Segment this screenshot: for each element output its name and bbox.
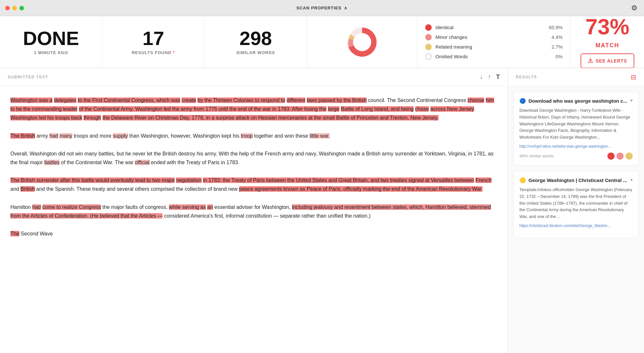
highlight-come-to-realize: come to realize Congress (42, 204, 101, 210)
minor-changes-label: Minor changes (436, 34, 548, 40)
highlight-continental-army: of the Continental Army. Washington led … (79, 106, 327, 112)
results-title: RESULTS (516, 75, 537, 79)
submitted-text-title: SUBMITTED TEXT (8, 75, 48, 79)
color-dot-red (607, 153, 615, 160)
submitted-text-content: Washington was a delegates to the First … (0, 86, 508, 353)
legend-dot-minor-changes (425, 34, 432, 40)
highlight-laws: laws passed by the British (307, 97, 367, 103)
result-2-expand-button[interactable]: ▾ (630, 177, 633, 182)
filter-icon[interactable]: ⊟ (631, 73, 636, 81)
chevron-up-icon: ∧ (344, 6, 348, 10)
highlight-choose: choose (468, 97, 484, 103)
close-button[interactable] (5, 6, 10, 10)
highlight-an: an (207, 204, 213, 210)
omitted-words-pct: 0% (556, 54, 563, 59)
related-meaning-pct: 2.7% (551, 44, 562, 50)
result-card-1-title-row: 🔵 Download who was george washington c..… (519, 98, 627, 104)
paragraph-3: Overall, Washington did not win many bat… (10, 149, 497, 167)
results-list: 🔵 Download who was george washington c..… (508, 86, 644, 353)
highlight-french: French (475, 177, 492, 183)
pie-chart-area (307, 16, 417, 68)
legend-area: Identical 65.9% Minor changes 4.4% Relat… (417, 16, 571, 68)
similar-words-count: 298 (239, 29, 272, 48)
match-label: MATCH (595, 42, 619, 49)
paragraph-2: The British army had many troops and mor… (10, 131, 497, 140)
result-2-type-icon: 🟡 (519, 177, 526, 183)
right-panel: RESULTS ⊟ 🔵 Download who was george wash… (508, 68, 644, 353)
svg-point-1 (353, 33, 371, 51)
highlight-official: official (135, 160, 150, 165)
nav-down-button[interactable]: ↓ (480, 74, 483, 80)
highlight-to-first: to the First Continental Congress, which… (78, 97, 180, 103)
done-time: 1 MINUTE AGO (34, 50, 68, 55)
highlight-had2: had (32, 204, 41, 210)
results-asterisk: * (173, 50, 175, 55)
result-1-title: Download who was george washington c... (528, 98, 627, 104)
panel-actions: ↓ ↑ T (480, 73, 500, 81)
highlight-large: large (328, 106, 339, 112)
highlight-the: The (10, 231, 19, 236)
result-2-text: Template:Infobox officeholder George Was… (519, 187, 633, 220)
highlight-washington-was: Washington was a (10, 97, 52, 103)
highlight-leader: leader (63, 106, 77, 112)
highlight-british-surrender: The British surrender after this battle … (10, 177, 175, 183)
paragraph-1: Washington was a delegates to the First … (10, 96, 497, 122)
pie-chart (344, 24, 380, 60)
window-title: SCAN PROPERTIES ∧ (296, 6, 348, 10)
results-count: 17 (142, 29, 164, 48)
result-2-link[interactable]: https://christicast.fandom.com/wiki/Geor… (519, 223, 633, 228)
highlight-create: create (182, 97, 196, 103)
done-block: DONE 1 MINUTE AGO (0, 16, 102, 68)
result-1-expand-button[interactable]: ▾ (630, 98, 633, 103)
identical-label: Identical (436, 25, 545, 30)
highlight-delaware: the Delaware River on Christmas Day, 177… (103, 115, 439, 120)
similar-words-block: 298 SIMILAR WORDS (205, 16, 307, 68)
results-label: RESULTS FOUND * (132, 50, 175, 55)
legend-dot-identical (425, 24, 432, 31)
highlight-troop: troop (241, 133, 252, 139)
scan-properties-label: SCAN PROPERTIES (296, 6, 341, 10)
result-card-1: 🔵 Download who was george washington c..… (513, 92, 639, 166)
legend-identical: Identical 65.9% (425, 24, 563, 31)
highlight-1783: in 1783: the Treaty of Paris between the… (203, 177, 474, 183)
result-1-similarity-label: 46% similar words (519, 154, 553, 158)
color-dot-yellow (626, 153, 633, 160)
result-1-text: Download George Washington - Harry Turtl… (519, 107, 633, 141)
legend-omitted-words: Omitted Words 0% (425, 53, 563, 60)
highlight-many: many (60, 133, 72, 139)
highlight-delegates: delegates (54, 97, 76, 103)
color-dot-pink (616, 153, 624, 160)
highlight-different: different (287, 97, 305, 103)
left-panel-header: SUBMITTED TEXT ↓ ↑ T (0, 68, 508, 86)
highlight-while-serving: while serving as (169, 204, 206, 210)
highlight-battles: battles (44, 160, 60, 165)
result-card-2: 🟡 George Washington | Christicast Centra… (513, 171, 639, 238)
see-alerts-button[interactable]: ⚠ SEE ALERTS (581, 53, 634, 68)
highlight-peace-agreements: peace agreements known as Peace of Paris… (239, 186, 483, 192)
alert-icon: ⚠ (588, 57, 593, 64)
result-1-link[interactable]: http://rsvfvjef.ddns.net/who-was-george-… (519, 144, 633, 149)
highlight-chase: chase (415, 106, 429, 112)
highlight-little-war: little war. (310, 133, 330, 139)
paragraph-5: Hamilton had come to realize Congress th… (10, 203, 497, 220)
result-card-1-header: 🔵 Download who was george washington c..… (519, 98, 633, 104)
result-1-color-dots (607, 153, 633, 160)
highlight-british-army: The British (10, 133, 35, 139)
identical-pct: 65.9% (549, 25, 563, 30)
right-panel-header: RESULTS ⊟ (508, 68, 644, 86)
result-2-title: George Washington | Christicast Central … (528, 177, 627, 183)
font-size-button[interactable]: T (496, 73, 500, 81)
result-1-similarity-row: 46% similar words (519, 153, 633, 160)
similar-words-label: SIMILAR WORDS (236, 50, 275, 55)
highlight-british2: British (20, 186, 35, 192)
see-alerts-label: SEE ALERTS (596, 58, 627, 63)
related-meaning-label: Related meaning (436, 44, 548, 50)
nav-up-button[interactable]: ↑ (488, 74, 491, 80)
legend-related-meaning: Related meaning 2.7% (425, 44, 563, 50)
maximize-button[interactable] (19, 6, 24, 10)
minimize-button[interactable] (12, 6, 17, 10)
minor-changes-pct: 4.4% (551, 34, 562, 40)
second-wave-text: Second Wave (21, 231, 53, 236)
match-percentage: 73% (585, 16, 629, 38)
gear-icon[interactable]: ⚙ (631, 4, 638, 12)
